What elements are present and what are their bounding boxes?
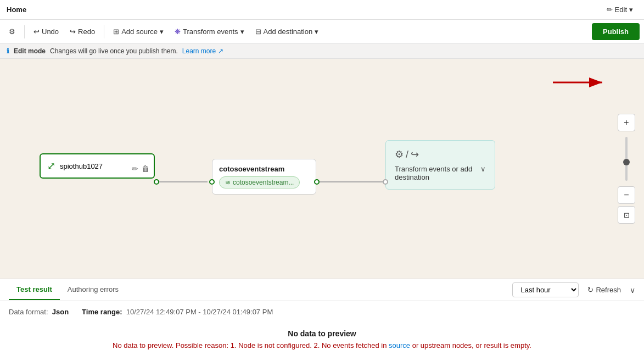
- edit-button[interactable]: ✏ Edit ▾: [602, 3, 637, 16]
- learn-more-label: Learn more: [182, 47, 216, 55]
- stream-node: cotosoeventstream ≋ cotosoeventstream...: [212, 159, 316, 195]
- edit-label: Edit: [615, 5, 627, 14]
- title-bar: Home ✏ Edit ▾: [0, 0, 644, 20]
- slash-separator: /: [406, 149, 408, 160]
- stream-tag-label: cotosoeventstream...: [233, 179, 294, 186]
- stream-tag: ≋ cotosoeventstream...: [219, 176, 300, 188]
- publish-button[interactable]: Publish: [592, 23, 640, 40]
- refresh-button[interactable]: ↻ Refresh: [583, 284, 625, 296]
- dest-left-dot: [383, 179, 388, 185]
- time-range-value: 10/27/24 12:49:07 PM - 10/27/24 01:49:07…: [126, 308, 273, 316]
- transform-events-button[interactable]: ❋ Transform events ▾: [170, 24, 249, 39]
- add-source-icon: ⊞: [113, 27, 119, 36]
- undo-icon: ↩: [33, 27, 40, 36]
- toolbar-divider-1: [24, 25, 25, 38]
- refresh-icon: ↻: [587, 286, 593, 294]
- undo-label: Undo: [42, 27, 59, 36]
- destination-text: Transform events or add destination: [395, 165, 476, 181]
- source-edit-button[interactable]: ✏: [132, 164, 138, 173]
- transform-chevron: ▾: [240, 27, 244, 36]
- source-node-actions: ✏ 🗑: [132, 164, 149, 173]
- no-data-message: No data to preview. Possible reason: 1. …: [9, 341, 635, 350]
- zoom-slider-thumb: [623, 159, 630, 165]
- transform-label: Transform events: [183, 27, 238, 36]
- stream-left-dot: [209, 179, 215, 185]
- fit-view-button[interactable]: ⊡: [618, 206, 635, 224]
- add-source-chevron: ▾: [160, 27, 164, 36]
- collapse-button[interactable]: ∨: [630, 286, 635, 295]
- time-range-label: Time range:: [82, 308, 122, 316]
- destination-icons: ⚙ / ↪: [395, 148, 486, 160]
- undo-button[interactable]: ↩ Undo: [29, 24, 63, 39]
- no-data-section: No data to preview No data to preview. P…: [9, 325, 635, 354]
- arrow-right-icon: ↪: [411, 148, 419, 160]
- learn-more-link[interactable]: Learn more ↗: [182, 47, 223, 55]
- data-format-value: Json: [52, 308, 69, 316]
- canvas-controls: + − ⊡: [618, 114, 635, 224]
- source-node: ⤢ spiothub1027 ✏ 🗑: [40, 153, 155, 179]
- source-right-dot: [154, 179, 159, 185]
- gear-icon: ⚙: [395, 148, 404, 160]
- arrow-svg: [547, 74, 613, 91]
- bottom-tab-controls: Last hour Last 6 hours Last 24 hours ↻ R…: [512, 282, 635, 297]
- source-delete-button[interactable]: 🗑: [142, 164, 149, 173]
- destination-node[interactable]: ⚙ / ↪ Transform events or add destinatio…: [385, 140, 495, 190]
- bottom-tabs: Test result Authoring errors Last hour L…: [0, 279, 644, 301]
- toolbar-divider-2: [104, 25, 104, 38]
- zoom-out-button[interactable]: −: [618, 186, 635, 204]
- transform-icon: ❋: [175, 27, 181, 36]
- page-title: Home: [7, 5, 26, 14]
- add-source-label: Add source: [121, 27, 158, 36]
- edit-banner: ℹ Edit mode Changes will go live once yo…: [0, 44, 644, 59]
- canvas: ⤢ spiothub1027 ✏ 🗑 cotosoeventstream ≋ c…: [0, 59, 644, 279]
- no-data-title: No data to preview: [9, 329, 635, 338]
- redo-icon: ↪: [70, 27, 76, 36]
- refresh-label: Refresh: [596, 286, 621, 294]
- edit-banner-message: Changes will go live once you publish th…: [50, 47, 178, 55]
- destination-chevron-icon: ∨: [480, 165, 486, 173]
- stream-node-title: cotosoeventstream: [219, 165, 309, 173]
- stream-right-dot: [314, 179, 320, 185]
- edit-mode-label: Edit mode: [14, 47, 46, 55]
- bottom-panel: Test result Authoring errors Last hour L…: [0, 279, 644, 355]
- redo-button[interactable]: ↪ Redo: [65, 24, 99, 39]
- redo-label: Redo: [78, 27, 95, 36]
- source-node-icon: ⤢: [47, 160, 55, 172]
- chevron-down-icon: ▾: [629, 5, 633, 14]
- destination-icon: ⊟: [255, 27, 261, 36]
- tab-authoring-errors[interactable]: Authoring errors: [60, 280, 126, 300]
- destination-label: Add destination: [264, 27, 313, 36]
- bottom-content: Data format: Json Time range: 10/27/24 1…: [0, 301, 644, 355]
- tab-test-result[interactable]: Test result: [9, 280, 60, 300]
- destination-chevron: ▾: [315, 27, 318, 36]
- toolbar: ⚙ ↩ Undo ↪ Redo ⊞ Add source ▾ ❋ Transfo…: [0, 20, 644, 44]
- data-info: Data format: Json Time range: 10/27/24 1…: [9, 308, 635, 316]
- title-bar-right: ✏ Edit ▾: [602, 3, 637, 16]
- time-range-select[interactable]: Last hour Last 6 hours Last 24 hours: [512, 282, 579, 297]
- external-link-icon: ↗: [218, 47, 223, 55]
- title-bar-left: Home: [7, 5, 26, 14]
- data-format-label: Data format:: [9, 308, 48, 316]
- settings-button[interactable]: ⚙: [4, 24, 20, 39]
- source-link: source: [389, 341, 410, 350]
- data-format-section: Data format: Json: [9, 308, 69, 316]
- info-icon: ℹ: [7, 47, 9, 55]
- add-source-button[interactable]: ⊞ Add source ▾: [109, 24, 168, 39]
- zoom-slider-track: [625, 137, 628, 181]
- add-destination-button[interactable]: ⊟ Add destination ▾: [251, 24, 323, 39]
- stream-tag-icon: ≋: [225, 179, 231, 186]
- zoom-in-button[interactable]: +: [618, 114, 635, 131]
- time-range-section: Time range: 10/27/24 12:49:07 PM - 10/27…: [82, 308, 273, 316]
- settings-icon: ⚙: [9, 27, 15, 36]
- source-node-title: spiothub1027: [60, 162, 103, 170]
- pencil-icon: ✏: [607, 5, 613, 14]
- arrow-annotation: [547, 74, 613, 91]
